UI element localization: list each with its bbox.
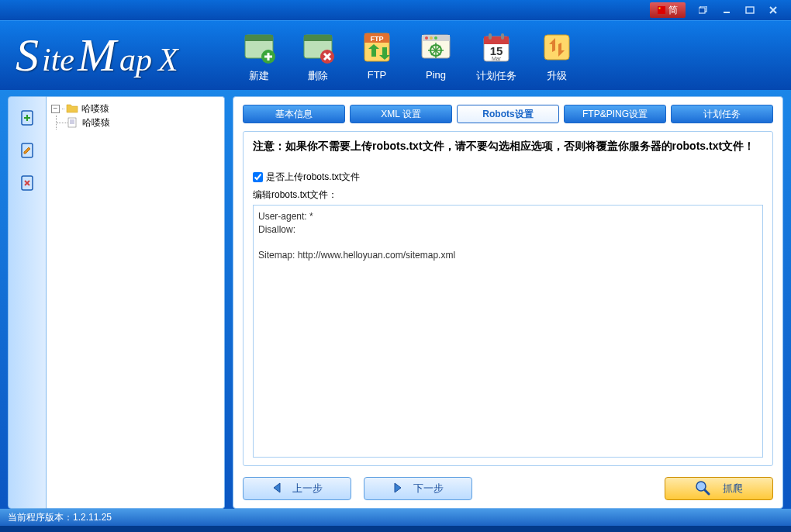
svg-rect-9	[245, 35, 273, 41]
tab-xml[interactable]: XML 设置	[350, 105, 452, 123]
new-label: 新建	[249, 69, 269, 83]
svg-rect-5	[746, 7, 754, 13]
upload-checkbox-label: 是否上传robots.txt文件	[266, 171, 360, 184]
new-button[interactable]: 新建	[240, 29, 278, 83]
ping-button[interactable]: Ping	[417, 29, 454, 83]
maximize-button[interactable]	[738, 2, 762, 18]
minimize-button[interactable]	[715, 2, 738, 18]
crawl-button[interactable]: 抓爬	[665, 477, 773, 500]
side-add-button[interactable]	[16, 106, 39, 130]
tree-collapse-icon[interactable]: −	[51, 105, 60, 113]
restore-icon	[699, 6, 708, 14]
tabs: 基本信息 XML 设置 Robots设置 FTP&PING设置 计划任务	[243, 105, 773, 123]
side-delete-button[interactable]	[16, 171, 39, 195]
tree-root[interactable]: − 哈喽猿	[51, 102, 219, 116]
robots-textarea[interactable]	[253, 205, 763, 458]
svg-rect-14	[304, 35, 332, 41]
prev-button[interactable]: 上一步	[243, 477, 351, 500]
status-bar: 当前程序版本： 1.2.11.25	[0, 509, 791, 526]
svg-rect-32	[484, 36, 509, 44]
tab-ftpping[interactable]: FTP&PING设置	[564, 105, 666, 123]
close-button[interactable]	[762, 2, 785, 18]
app-logo: SiteMapX	[0, 29, 233, 82]
restore-window-button[interactable]	[692, 2, 715, 18]
schedule-label: 计划任务	[476, 69, 516, 83]
svg-rect-34	[501, 33, 504, 40]
arrow-right-icon	[393, 482, 402, 496]
sheet-icon	[67, 117, 79, 128]
tab-basic[interactable]: 基本信息	[243, 105, 345, 123]
svg-point-25	[434, 36, 437, 40]
warning-text: 注意：如果你不需要上传robots.txt文件，请不要勾选相应选项，否则将覆盖你…	[253, 140, 763, 154]
delete-label: 删除	[308, 69, 328, 83]
ping-icon	[417, 29, 454, 66]
close-icon	[769, 5, 778, 15]
side-edit-button[interactable]	[16, 139, 39, 162]
arrow-left-icon	[272, 482, 282, 496]
flag-icon	[658, 6, 665, 14]
svg-line-50	[705, 490, 709, 494]
svg-rect-3	[699, 8, 705, 13]
tab-robots[interactable]: Robots设置	[457, 105, 559, 123]
language-button[interactable]: 简	[650, 2, 686, 18]
upgrade-button[interactable]: 升级	[538, 29, 575, 83]
ftp-button[interactable]: FTP FTP	[358, 29, 396, 83]
delete-button[interactable]: 删除	[299, 29, 337, 83]
svg-point-23	[425, 36, 428, 40]
tree-child-label: 哈喽猿	[82, 116, 110, 130]
svg-text:Mar: Mar	[492, 56, 502, 61]
schedule-button[interactable]: 15Mar 计划任务	[476, 29, 516, 83]
version-number: 1.2.11.25	[73, 512, 112, 523]
ftp-icon: FTP	[358, 29, 396, 66]
main-area: − 哈喽猿 哈喽猿 基本信息 XML 设置 Robots设置 FTP&PING设…	[0, 90, 791, 509]
svg-rect-33	[489, 33, 492, 40]
tab-schedule[interactable]: 计划任务	[671, 105, 773, 123]
delete-page-icon	[18, 174, 36, 192]
calendar-icon: 15Mar	[478, 29, 515, 66]
toolbar: 新建 删除 FTP FTP Ping 15Mar 计划任务	[233, 29, 575, 83]
delete-icon	[299, 29, 337, 66]
upload-checkbox[interactable]	[253, 172, 263, 182]
upgrade-label: 升级	[547, 69, 567, 83]
svg-rect-45	[68, 118, 76, 127]
version-prefix: 当前程序版本：	[8, 511, 73, 524]
tree-panel: − 哈喽猿 哈喽猿	[47, 96, 225, 509]
button-row: 上一步 下一步 抓爬	[243, 477, 773, 500]
side-toolbar	[8, 96, 47, 509]
svg-point-24	[430, 36, 433, 40]
tree-child[interactable]: 哈喽猿	[51, 116, 219, 130]
tree-root-label: 哈喽猿	[81, 102, 109, 116]
minimize-icon	[722, 5, 731, 15]
robots-panel: 注意：如果你不需要上传robots.txt文件，请不要勾选相应选项，否则将覆盖你…	[243, 131, 773, 466]
next-button[interactable]: 下一步	[364, 477, 472, 500]
header: SiteMapX 新建 删除 FTP FTP Ping	[0, 20, 791, 90]
ftp-label: FTP	[368, 69, 387, 81]
svg-rect-37	[544, 35, 569, 60]
content-panel: 基本信息 XML 设置 Robots设置 FTP&PING设置 计划任务 注意：…	[233, 96, 783, 509]
maximize-icon	[745, 6, 755, 14]
edit-label: 编辑robots.txt文件：	[253, 188, 763, 202]
svg-rect-1	[659, 8, 661, 9]
crawl-label: 抓爬	[723, 482, 743, 496]
language-label: 简	[668, 4, 678, 17]
next-label: 下一步	[413, 482, 444, 496]
new-icon	[240, 29, 278, 66]
add-page-icon	[18, 109, 36, 127]
title-bar: 简	[0, 0, 791, 20]
svg-text:FTP: FTP	[371, 35, 384, 43]
prev-label: 上一步	[292, 482, 323, 496]
ping-label: Ping	[426, 69, 446, 81]
upload-checkbox-row[interactable]: 是否上传robots.txt文件	[253, 171, 763, 184]
upgrade-icon	[538, 29, 575, 66]
edit-page-icon	[18, 141, 36, 160]
magnifier-icon	[695, 480, 710, 498]
folder-icon	[66, 103, 78, 114]
